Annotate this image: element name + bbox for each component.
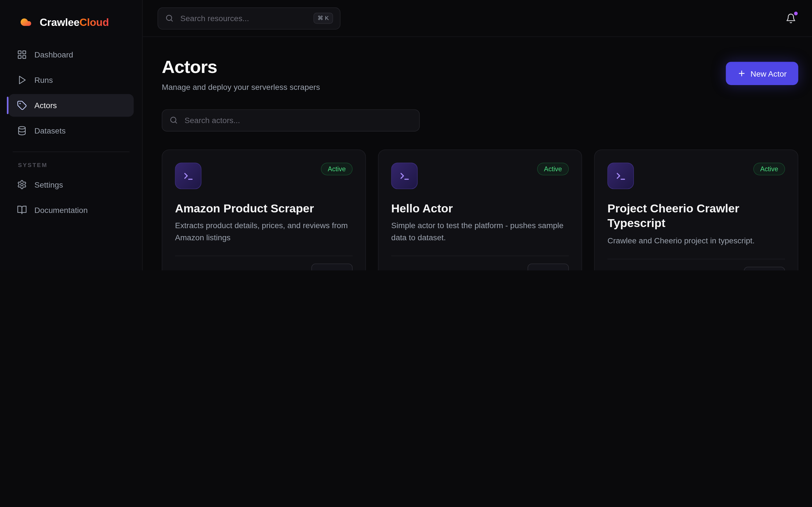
actor-description: Extracts product details, prices, and re…: [175, 220, 353, 244]
card-footer: Updated 1d ago Run: [391, 256, 569, 270]
play-icon: [17, 75, 27, 85]
gear-icon: [17, 180, 27, 190]
brand-logo: CrawleeCloud: [0, 0, 142, 43]
status-badge: Active: [321, 163, 353, 175]
updated-text: Updated 1d ago: [391, 269, 440, 270]
run-button-label: Run: [331, 269, 344, 270]
terminal-icon: [175, 163, 202, 189]
terminal-icon: [391, 163, 418, 189]
actor-card[interactable]: Active Amazon Product Scraper Extracts p…: [162, 149, 366, 270]
sidebar-item-label: Datasets: [35, 126, 66, 135]
sidebar-item-datasets[interactable]: Datasets: [8, 119, 134, 142]
new-actor-button[interactable]: New Actor: [726, 62, 799, 86]
updated-text: Updated 5m ago: [175, 269, 226, 270]
search-icon: [165, 14, 174, 23]
new-actor-label: New Actor: [751, 69, 786, 78]
sidebar-item-settings[interactable]: Settings: [8, 173, 134, 196]
shortcut-badge: ⌘ K: [313, 13, 333, 24]
actor-card[interactable]: Active Project Cheerio Crawler Typescrip…: [594, 149, 799, 270]
page-subtitle: Manage and deploy your serverless scrape…: [162, 82, 320, 91]
run-button[interactable]: Run: [528, 264, 569, 270]
sidebar-divider: [13, 152, 130, 152]
global-search-input[interactable]: [179, 13, 308, 23]
sidebar-item-documentation[interactable]: Documentation: [8, 199, 134, 221]
sidebar-item-label: Dashboard: [35, 50, 73, 59]
card-top-row: Active: [175, 163, 353, 189]
search-icon: [169, 116, 178, 125]
actor-description: Simple actor to test the platform - push…: [391, 220, 569, 244]
status-badge: Active: [537, 163, 569, 175]
actor-description: Crawlee and Cheerio project in typescrip…: [607, 235, 785, 247]
brand-name-primary: Crawlee: [40, 16, 80, 27]
page-header-text: Actors Manage and deploy your serverless…: [162, 56, 320, 91]
page-title: Actors: [162, 56, 320, 77]
actor-card[interactable]: Active Hello Actor Simple actor to test …: [378, 149, 582, 270]
plus-icon: [737, 69, 746, 78]
tag-icon: [17, 100, 27, 110]
sidebar-nav: Dashboard Runs Actors: [0, 43, 142, 142]
page-content: Actors Manage and deploy your serverless…: [143, 37, 812, 270]
actor-title: Amazon Product Scraper: [175, 201, 353, 216]
brand-name: CrawleeCloud: [40, 16, 109, 28]
actors-search[interactable]: [162, 109, 420, 131]
cloud-logo-icon: [18, 16, 34, 29]
sidebar-item-label: Actors: [35, 101, 57, 110]
sidebar-spacer: [0, 221, 142, 270]
sidebar-item-runs[interactable]: Runs: [8, 69, 134, 92]
run-button[interactable]: Run: [312, 264, 353, 270]
run-button-label: Run: [547, 269, 560, 270]
sidebar-item-dashboard[interactable]: Dashboard: [8, 43, 134, 66]
page-header: Actors Manage and deploy your serverless…: [162, 56, 799, 91]
actor-title: Hello Actor: [391, 201, 569, 216]
notifications-button[interactable]: [783, 11, 799, 25]
actor-grid: Active Amazon Product Scraper Extracts p…: [162, 149, 799, 270]
sidebar-section-system: SYSTEM: [0, 159, 142, 173]
topbar: ⌘ K: [143, 0, 812, 37]
sidebar-item-label: Settings: [35, 180, 63, 189]
app-window: CrawleeCloud Dashboard Runs: [0, 0, 812, 270]
sidebar-system-nav: Settings Documentation: [0, 173, 142, 221]
global-search[interactable]: ⌘ K: [158, 7, 341, 29]
terminal-icon: [607, 163, 634, 189]
run-button[interactable]: Run: [744, 267, 785, 270]
database-icon: [17, 126, 27, 136]
actors-search-input[interactable]: [184, 115, 412, 125]
grid-icon: [17, 50, 27, 60]
sidebar: CrawleeCloud Dashboard Runs: [0, 0, 143, 270]
sidebar-item-actors[interactable]: Actors: [8, 94, 134, 117]
book-icon: [17, 205, 27, 215]
brand-name-accent: Cloud: [80, 16, 109, 27]
card-top-row: Active: [391, 163, 569, 189]
card-footer: Updated 23h ago Run: [607, 259, 785, 270]
sidebar-item-label: Documentation: [35, 205, 88, 214]
card-top-row: Active: [607, 163, 785, 189]
main-area: ⌘ K Actors Manage and deploy your server…: [143, 0, 812, 270]
sidebar-item-label: Runs: [35, 75, 53, 84]
actor-title: Project Cheerio Crawler Typescript: [607, 201, 785, 231]
notification-dot: [794, 11, 798, 15]
status-badge: Active: [753, 163, 785, 175]
card-footer: Updated 5m ago Run: [175, 256, 353, 270]
